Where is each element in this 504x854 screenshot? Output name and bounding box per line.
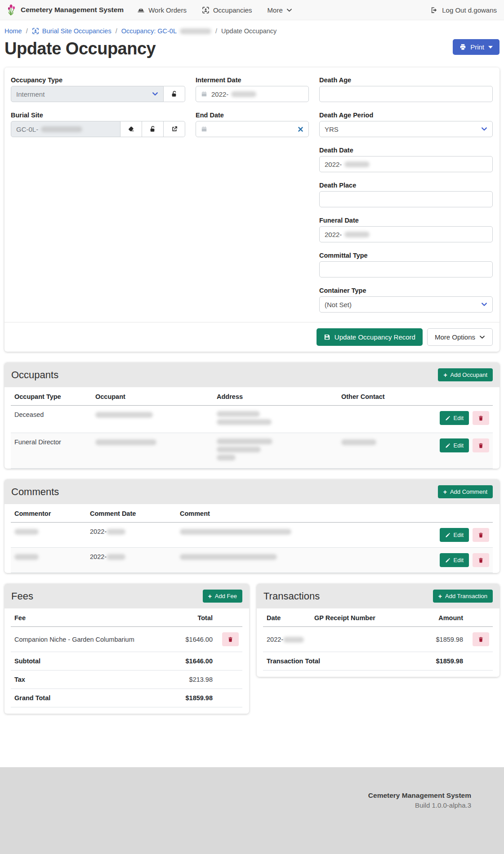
form-column-1: Occupancy Type Interment xyxy=(11,76,185,147)
nav-item-more[interactable]: More xyxy=(268,6,292,14)
fees-title: Fees xyxy=(11,590,33,602)
delete-fee-button[interactable] xyxy=(222,632,239,646)
edit-occupant-button[interactable]: Edit xyxy=(440,411,469,425)
summary-row: Tax $213.98 xyxy=(11,671,242,689)
chevron-down-icon xyxy=(479,334,485,340)
redacted-occupant-name xyxy=(95,412,153,418)
redacted-comment-date xyxy=(107,529,125,535)
title-row: Update Occupancy Print xyxy=(4,39,500,58)
breadcrumb-burial-site-occupancies[interactable]: Burial Site Occupancies xyxy=(32,27,112,35)
edit-occupant-button[interactable]: Edit xyxy=(440,438,469,452)
redacted-address-line xyxy=(217,411,260,417)
occupants-card: Occupants + Add Occupant Occupant Type O… xyxy=(4,362,500,469)
column-header-actions xyxy=(216,608,242,627)
delete-occupant-button[interactable] xyxy=(473,411,489,425)
update-occupancy-record-button[interactable]: Update Occupancy Record xyxy=(317,328,423,346)
death-age-input[interactable] xyxy=(319,86,493,102)
redacted-contact xyxy=(341,439,376,445)
container-type-field: Container Type (Not Set) xyxy=(319,287,493,313)
form-column-3: Death Age Death Age Period YRS Death Dat… xyxy=(319,76,493,322)
edit-comment-button[interactable]: Edit xyxy=(440,553,469,567)
death-place-input[interactable] xyxy=(319,191,493,207)
burial-site-clear-button[interactable] xyxy=(120,121,142,137)
add-fee-button[interactable]: + Add Fee xyxy=(203,590,242,603)
table-row: Funeral Director xyxy=(11,433,493,469)
end-date-input[interactable] xyxy=(196,121,309,137)
occupancy-type-label: Occupancy Type xyxy=(11,76,185,84)
calendar-icon xyxy=(201,126,207,132)
breadcrumb: Home / Burial Site Occupancies / Occupan… xyxy=(4,27,500,35)
comments-header: Comments + Add Comment xyxy=(4,479,500,504)
redacted-funeral-date xyxy=(344,232,370,237)
interment-date-label: Interment Date xyxy=(196,76,309,84)
breadcrumb-home[interactable]: Home xyxy=(4,27,22,35)
lock-open-icon xyxy=(171,90,178,98)
burial-site-input[interactable]: GC-0L- xyxy=(11,121,120,137)
funeral-date-input[interactable]: 2022- xyxy=(319,226,493,242)
column-header: Fee xyxy=(11,608,167,627)
table-row: 2022- $1859.98 xyxy=(263,627,493,652)
redacted-commentor xyxy=(14,529,39,535)
transactions-header: Transactions + Add Transaction xyxy=(257,584,500,608)
eraser-icon xyxy=(128,125,135,133)
delete-transaction-button[interactable] xyxy=(473,632,489,646)
logout-link[interactable]: Log Out d.gowans xyxy=(430,6,497,14)
burial-site-field: Burial Site GC-0L- xyxy=(11,112,185,137)
add-comment-button[interactable]: + Add Comment xyxy=(438,485,493,498)
clear-date-icon[interactable] xyxy=(298,126,303,132)
nav-item-work-orders[interactable]: Work Orders xyxy=(137,6,187,14)
transactions-table: Date GP Receipt Number Amount 2022- $185… xyxy=(263,608,493,671)
comments-card: Comments + Add Comment Commentor Comment… xyxy=(4,479,500,573)
comments-title: Comments xyxy=(11,486,59,498)
chevron-down-icon xyxy=(152,91,158,97)
occupancy-form-grid: Occupancy Type Interment xyxy=(4,67,500,322)
death-age-period-select[interactable]: YRS xyxy=(319,121,493,137)
page-container: Home / Burial Site Occupancies / Occupan… xyxy=(0,20,504,767)
occupancy-type-select[interactable]: Interment xyxy=(11,86,164,102)
summary-row: Subtotal $1646.00 xyxy=(11,652,242,671)
add-occupant-button[interactable]: + Add Occupant xyxy=(438,368,493,381)
burial-site-open-link-button[interactable] xyxy=(164,121,185,137)
death-age-period-field: Death Age Period YRS xyxy=(319,112,493,137)
app-brand: Cemetery Management System xyxy=(7,4,124,16)
funeral-date-field: Funeral Date 2022- xyxy=(319,217,493,242)
committal-type-input[interactable] xyxy=(319,261,493,277)
fees-table: Fee Total Companion Niche - Garden Colum… xyxy=(11,608,242,707)
delete-comment-button[interactable] xyxy=(473,528,489,542)
app-title: Cemetery Management System xyxy=(21,6,124,14)
death-age-field: Death Age xyxy=(319,76,493,102)
chevron-down-icon xyxy=(481,126,487,132)
interment-date-input[interactable]: 2022- xyxy=(196,86,309,102)
more-options-button[interactable]: More Options xyxy=(427,328,493,346)
table-row: Deceased Edit xyxy=(11,406,493,433)
death-date-label: Death Date xyxy=(319,147,493,154)
trash-icon xyxy=(478,443,484,448)
add-transaction-button[interactable]: + Add Transaction xyxy=(433,590,493,603)
occupancy-badge-icon xyxy=(32,27,39,35)
print-button[interactable]: Print xyxy=(453,39,500,55)
summary-row: Grand Total $1859.98 xyxy=(11,689,242,707)
delete-occupant-button[interactable] xyxy=(473,438,489,452)
delete-comment-button[interactable] xyxy=(473,553,489,567)
trash-icon xyxy=(227,636,233,642)
redacted-comment xyxy=(180,554,277,560)
end-date-field: End Date xyxy=(196,112,309,137)
hard-hat-icon xyxy=(137,6,145,14)
save-icon xyxy=(324,334,330,340)
burial-site-lock-button[interactable] xyxy=(142,121,164,137)
logout-icon xyxy=(430,6,438,14)
edit-comment-button[interactable]: Edit xyxy=(440,528,469,542)
redacted-address-line xyxy=(217,447,261,452)
container-type-select[interactable]: (Not Set) xyxy=(319,296,493,313)
breadcrumb-separator: / xyxy=(116,27,117,35)
breadcrumb-occupancy[interactable]: Occupancy: GC-0L xyxy=(121,27,211,35)
occupancy-type-lock-button[interactable] xyxy=(164,86,185,102)
form-column-2: Interment Date 2022- End Date xyxy=(196,76,309,147)
burial-site-label: Burial Site xyxy=(11,112,185,119)
occupancy-type-field: Occupancy Type Interment xyxy=(11,76,185,102)
redacted-address-line xyxy=(217,455,236,461)
death-date-input[interactable]: 2022- xyxy=(319,156,493,172)
redacted-occupant-name xyxy=(95,439,156,445)
form-footer: Update Occupancy Record More Options xyxy=(4,322,500,352)
nav-item-occupancies[interactable]: Occupancies xyxy=(202,6,252,14)
